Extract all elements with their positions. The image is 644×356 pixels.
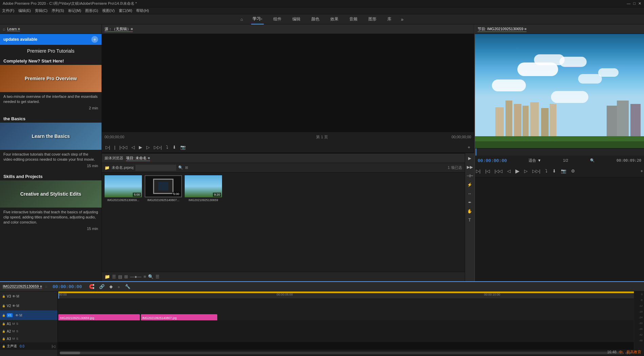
program-monitor-tab[interactable]: 节目: IMG20210925130659 ≡	[478, 26, 527, 32]
a2-s[interactable]: S	[16, 330, 18, 333]
a1-s[interactable]: S	[16, 322, 18, 325]
tutorial-card-basics[interactable]: Learn the Basics Four interactive tutori…	[0, 123, 102, 170]
timeline-marker-icon[interactable]: ◆	[108, 283, 114, 290]
a2-lock-icon[interactable]: 🔒	[2, 330, 5, 333]
icon-view-btn[interactable]: ⊞	[124, 274, 128, 279]
a1-m[interactable]: M	[12, 322, 15, 325]
timeline-link-icon[interactable]: 🔗	[98, 283, 106, 290]
selection-tool[interactable]: ▶	[466, 155, 474, 162]
prog-mark-out-icon[interactable]: |◁	[484, 168, 491, 174]
thumbnail-slider[interactable]: —●—	[130, 274, 142, 279]
minimize-btn[interactable]: —	[627, 1, 630, 6]
prog-step-back-icon[interactable]: ◁	[506, 168, 512, 174]
tutorial-card-overview[interactable]: Premiere Pro Overview A two-minute overv…	[0, 65, 102, 112]
prog-step-fwd-icon[interactable]: ▷	[523, 168, 529, 174]
source-mark-out-icon[interactable]: |	[113, 144, 116, 150]
zoom-icon[interactable]: 🔍	[590, 158, 595, 163]
a2-m[interactable]: M	[12, 330, 15, 333]
track-content-v1[interactable]: IMG20210925130659.jpg IMG20210925140807.…	[58, 313, 634, 320]
nav-graphics[interactable]: 图形	[367, 14, 378, 24]
updates-bar[interactable]: updates available +	[0, 34, 102, 45]
fit-control[interactable]: 适合 ▼	[529, 158, 541, 163]
program-video[interactable]	[475, 34, 644, 148]
v2-mute-icon[interactable]: M	[16, 304, 19, 308]
master-scroll-icon[interactable]: |◁	[52, 344, 55, 348]
card-overview-img[interactable]: Premiere Pro Overview	[0, 65, 102, 92]
source-overwrite-icon[interactable]: ⬇	[171, 144, 177, 150]
program-timebar[interactable]	[475, 148, 644, 156]
search-input[interactable]	[135, 165, 176, 171]
list-view-icon[interactable]: ▤	[118, 274, 122, 279]
menu-graphics[interactable]: 图形(G)	[85, 8, 98, 13]
media-thumb-img-2[interactable]: 5:00	[145, 175, 182, 197]
prog-insert-icon[interactable]: ⤵	[544, 168, 549, 174]
source-next-icon[interactable]: ▷▷|	[153, 144, 163, 150]
nav-edit[interactable]: 编辑	[291, 14, 302, 24]
close-btn[interactable]: ✕	[638, 1, 641, 6]
nav-more[interactable]: »	[401, 17, 404, 22]
source-camera-icon[interactable]: 📷	[179, 144, 187, 150]
prog-prev-icon[interactable]: |◁◁	[494, 168, 503, 174]
media-item-2[interactable]: 5:00 IMG20210925140807...	[145, 175, 182, 269]
master-lock-icon[interactable]: 🔒	[2, 345, 5, 348]
ripple-edit-tool[interactable]: ⊣⊢	[466, 172, 474, 180]
prog-add-btn[interactable]: +	[639, 168, 644, 174]
pen-tool[interactable]: ✒	[466, 199, 474, 206]
menu-help[interactable]: 帮助(H)	[136, 8, 149, 13]
v1-visible-icon[interactable]: 👁	[15, 314, 19, 317]
prog-camera-icon[interactable]: 📷	[560, 168, 567, 174]
type-tool[interactable]: T	[466, 216, 474, 224]
learn-scroll-area[interactable]: updates available + Premiere Pro Tutoria…	[0, 34, 102, 281]
source-mark-in-icon[interactable]: ▷|	[105, 144, 111, 150]
source-step-fwd-icon[interactable]: ▷	[145, 144, 151, 150]
menu-edit[interactable]: 编辑(E)	[18, 8, 31, 13]
clear-icon[interactable]: ☰	[155, 274, 160, 279]
timeline-wrench-icon[interactable]: 🔧	[124, 283, 131, 290]
automate-icon[interactable]: ≡	[144, 274, 146, 279]
menu-file[interactable]: 文件(F)	[2, 8, 14, 13]
media-thumb-img-1[interactable]: 5:00	[105, 175, 142, 197]
source-add-btn[interactable]: +	[466, 144, 471, 150]
menu-view[interactable]: 视图(V)	[102, 8, 115, 13]
project-tab[interactable]: 项目: 未命名 ≡	[126, 156, 150, 161]
nav-library[interactable]: 库	[386, 14, 393, 24]
search-icon[interactable]: 🔍	[178, 165, 183, 170]
find-icon[interactable]: 🔍	[148, 274, 153, 279]
nav-color[interactable]: 颜色	[310, 14, 321, 24]
prog-mark-in-icon[interactable]: ▷|	[475, 168, 481, 174]
media-item-3[interactable]: 9:20 IMG20210925130659	[185, 175, 222, 269]
menu-marker[interactable]: 标记(M)	[68, 8, 81, 13]
v2-visible-icon[interactable]: 👁	[12, 304, 16, 308]
tutorial-card-creative[interactable]: Creative and Stylistic Edits Five intera…	[0, 180, 102, 233]
prog-next-icon[interactable]: ▷▷|	[531, 168, 541, 174]
nav-assembly[interactable]: 组件	[272, 14, 283, 24]
prog-play-icon[interactable]: ▶	[514, 167, 520, 175]
v3-visible-icon[interactable]: 👁	[12, 295, 16, 298]
maximize-btn[interactable]: □	[633, 1, 636, 6]
source-step-back-icon[interactable]: ◁	[130, 144, 136, 150]
v2-lock-icon[interactable]: 🔒	[2, 304, 5, 307]
nav-home-icon[interactable]: ⌂	[240, 17, 243, 22]
source-prev-icon[interactable]: |◁◁	[118, 144, 128, 150]
razor-tool[interactable]: ⚡	[466, 181, 474, 189]
menu-window[interactable]: 窗口(W)	[119, 8, 132, 13]
v1-lock-icon[interactable]: 🔒	[2, 314, 5, 317]
timeline-keyframe-icon[interactable]: ⬦	[116, 283, 121, 290]
media-browser-tab[interactable]: 媒体浏览器	[105, 156, 123, 161]
fit-dropdown-icon[interactable]: ▼	[537, 158, 541, 162]
nav-learn[interactable]: 学习 ≡	[251, 14, 264, 24]
track-select-tool[interactable]: ▶▶	[466, 163, 474, 171]
timeline-snap-icon[interactable]: 🧲	[88, 283, 95, 290]
timeline-tab[interactable]: IMG20210925130659 ≡	[3, 284, 42, 289]
project-icon-view[interactable]: ⊞	[185, 165, 188, 170]
hand-tool[interactable]: ✋	[466, 208, 474, 215]
card-creative-img[interactable]: Creative and Stylistic Edits	[0, 180, 102, 208]
nav-effects[interactable]: 效果	[329, 14, 340, 24]
source-insert-icon[interactable]: ⤵	[165, 144, 169, 150]
prog-settings-icon[interactable]: ⚙	[570, 168, 576, 174]
menu-sequence[interactable]: 序列(S)	[52, 8, 64, 13]
menu-clip[interactable]: 剪辑(C)	[35, 8, 48, 13]
v1-toggle[interactable]: V1	[7, 313, 13, 317]
source-monitor-tab[interactable]: 源：（无剪辑）≡	[105, 26, 133, 32]
media-thumb-img-3[interactable]: 9:20	[185, 175, 222, 197]
